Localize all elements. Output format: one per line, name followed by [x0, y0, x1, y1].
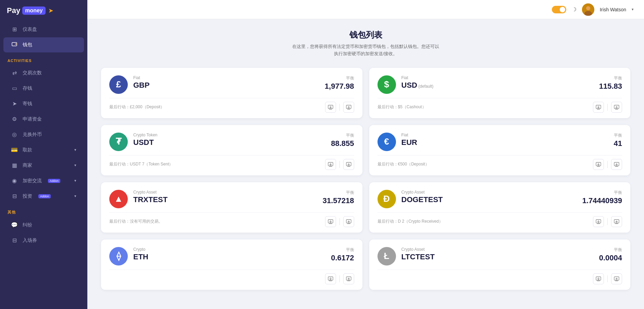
send-button[interactable]	[611, 102, 622, 113]
wallet-card-top: € Fiat EUR 平衡 41	[377, 133, 622, 151]
send-button[interactable]	[343, 273, 354, 284]
logo: Pay money ➤	[0, 0, 87, 21]
sidebar-item-label: 投资	[23, 193, 32, 199]
user-chevron-icon[interactable]: ▾	[632, 7, 634, 12]
wallet-type: Crypto Asset	[133, 190, 317, 195]
sidebar-item-transactions[interactable]: ⇄ 交易次数	[3, 65, 84, 80]
wallet-balance-block: 平衡 41	[614, 133, 622, 148]
chevron-down-icon: ▾	[74, 148, 76, 152]
last-action: 最后行动：D 2（Crypto Received）	[377, 219, 443, 224]
sidebar-item-label: 仪表盘	[23, 26, 37, 33]
send-button[interactable]	[611, 273, 622, 284]
logo-pay: Pay	[7, 6, 20, 15]
wallet-card-top: ▲ Crypto Asset TRXTEST 平衡 31.57218	[109, 190, 354, 208]
balance-label: 平衡	[599, 247, 622, 253]
toggle-bg[interactable]	[552, 6, 566, 13]
wallet-grid: £ Fiat GBP 平衡 1,977.98 最后行动：£2,000（Depos…	[101, 68, 630, 290]
theme-toggle[interactable]	[552, 6, 566, 13]
receive-button[interactable]	[325, 102, 336, 113]
topbar: ☽ Irish Watson ▾	[87, 0, 644, 19]
receive-button[interactable]	[593, 102, 604, 113]
sidebar-item-label: 加密交流	[23, 178, 42, 184]
sidebar-item-label: 商家	[23, 162, 32, 169]
sidebar-item-tickets[interactable]: ⊟ 入场券	[3, 233, 84, 248]
wallet-card-bottom: 最后行动：€500（Deposit）	[377, 155, 622, 170]
wallet-card-bottom: 最后行动：没有可用的交易。	[109, 212, 354, 227]
sidebar-item-wallet[interactable]: 钱包	[3, 37, 84, 52]
sidebar-item-label: 钱包	[23, 42, 32, 48]
receive-button[interactable]	[593, 273, 604, 284]
wallet-type: Fiat	[133, 75, 319, 80]
wallet-actions	[593, 273, 622, 284]
receive-button[interactable]	[325, 159, 336, 170]
chevron-down-icon: ▾	[74, 178, 76, 183]
sidebar-item-request[interactable]: ⚙ 申请资金	[3, 112, 84, 126]
wallet-card-bottom: 最后行动：USDT 7（Token Sent）	[109, 155, 354, 170]
sidebar-item-label: 申请资金	[23, 116, 42, 122]
balance-value: 1,977.98	[325, 82, 354, 91]
wallet-balance-block: 平衡 0.0004	[599, 247, 622, 262]
logo-arrow: ➤	[48, 7, 53, 14]
sidebar-item-exchange[interactable]: ◎ 兑换外币	[3, 127, 84, 142]
wallet-actions	[593, 102, 622, 113]
receive-button[interactable]	[325, 216, 336, 227]
wallet-actions	[593, 216, 622, 227]
main-content: ☽ Irish Watson ▾ 钱包列表 在这里，您将获得所有法定货币和加密货…	[87, 0, 644, 309]
chevron-down-icon: ▾	[74, 194, 76, 198]
sidebar-item-invest[interactable]: ⊟ 投资 Addon ▾	[3, 189, 84, 203]
balance-label: 平衡	[582, 190, 622, 196]
wallet-type: Crypto Asset	[401, 190, 577, 195]
divider	[339, 161, 340, 168]
sidebar-item-label: 纠纷	[23, 222, 32, 228]
wallet-name: LTCTEST	[401, 252, 594, 261]
sidebar-item-disputes[interactable]: 💬 纠纷	[3, 218, 84, 232]
request-icon: ⚙	[11, 116, 18, 122]
sidebar-item-withdrawal[interactable]: 💳 取款 ▾	[3, 143, 84, 157]
send-button[interactable]	[343, 159, 354, 170]
send-button[interactable]	[611, 216, 622, 227]
balance-value: 88.855	[331, 139, 354, 148]
wallet-card-usd: $ Fiat USD (default) 平衡 115.83 最后行动：$5（C…	[369, 68, 631, 118]
send-button[interactable]	[343, 216, 354, 227]
wallet-card-top: ⟠ Crypto ETH 平衡 0.6172	[109, 247, 354, 265]
page-title: 钱包列表	[101, 29, 630, 40]
default-badge: (default)	[417, 84, 433, 89]
wallet-name: ETH	[133, 252, 325, 261]
wallet-card-gbp: £ Fiat GBP 平衡 1,977.98 最后行动：£2,000（Depos…	[101, 68, 362, 118]
receive-button[interactable]	[593, 216, 604, 227]
wallet-info: Crypto Asset TRXTEST	[133, 190, 317, 204]
balance-label: 平衡	[323, 190, 354, 196]
balance-label: 平衡	[599, 75, 622, 81]
wallet-name: USD (default)	[401, 81, 594, 90]
wallet-card-bottom: 最后行动：$5（Cashout）	[377, 98, 622, 113]
receive-button[interactable]	[593, 159, 604, 170]
wallet-actions	[325, 159, 354, 170]
send-button[interactable]	[611, 159, 622, 170]
sidebar-item-send[interactable]: ➤ 寄钱	[3, 96, 84, 111]
divider	[339, 104, 340, 111]
page-subtitle: 在这里，您将获得所有法定货币和加密货币钱包，包括默认钱包。您还可以执行加密硬币的…	[101, 43, 630, 58]
wallet-card-trxtest: ▲ Crypto Asset TRXTEST 平衡 31.57218 最后行动：…	[101, 182, 362, 233]
receive-button[interactable]	[325, 273, 336, 284]
crypto-icon: ◉	[11, 177, 18, 184]
send-button[interactable]	[343, 102, 354, 113]
sidebar-item-dashboard[interactable]: ⊞ 仪表盘	[3, 22, 84, 37]
wallet-balance-block: 平衡 88.855	[331, 133, 354, 148]
wallet-balance-block: 平衡 1.74440939	[582, 190, 622, 205]
wallet-icon-trxtest: ▲	[109, 190, 128, 208]
sidebar-item-deposit[interactable]: ▭ 存钱	[3, 81, 84, 96]
wallet-name: USDT	[133, 138, 325, 147]
last-action: 最后行动：没有可用的交易。	[109, 219, 163, 224]
sidebar-nav: ⊞ 仪表盘 钱包 ACTIVITIES ⇄ 交易次数 ▭ 存钱 ➤ 寄钱 ⚙ 申…	[0, 21, 87, 302]
avatar	[582, 3, 594, 16]
sidebar-item-crypto[interactable]: ◉ 加密交流 Addon ▾	[3, 173, 84, 188]
sidebar-item-merchant[interactable]: ▦ 商家 ▾	[3, 158, 84, 173]
wallet-card-dogetest: Ð Crypto Asset DOGETEST 平衡 1.74440939 最后…	[369, 182, 631, 233]
divider	[339, 218, 340, 225]
wallet-card-ltctest: Ł Crypto Asset LTCTEST 平衡 0.0004	[369, 239, 631, 290]
wallet-icon-usdt: ₮	[109, 133, 128, 151]
section-activities: ACTIVITIES	[0, 53, 87, 65]
wallet-actions	[325, 102, 354, 113]
sidebar-item-label: 存钱	[23, 85, 32, 91]
divider	[339, 275, 340, 282]
